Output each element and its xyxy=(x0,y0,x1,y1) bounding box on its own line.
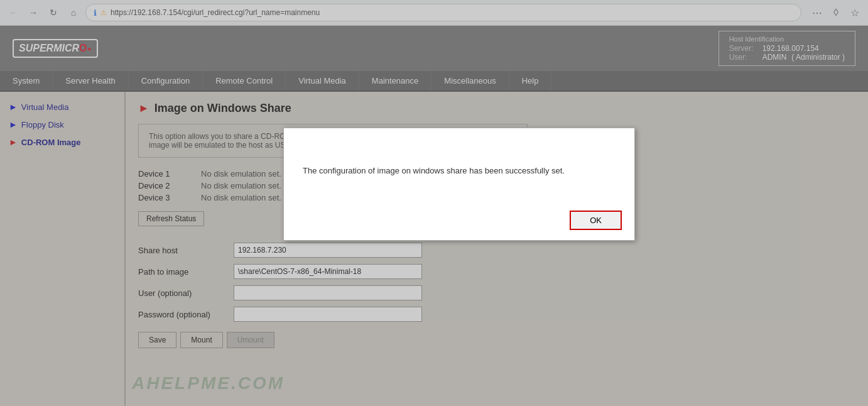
dialog-footer: OK xyxy=(284,200,634,240)
dialog-body: The configuration of image on windows sh… xyxy=(284,128,634,200)
modal-overlay: The configuration of image on windows sh… xyxy=(0,0,868,406)
dialog: The configuration of image on windows sh… xyxy=(283,128,635,241)
dialog-ok-button[interactable]: OK xyxy=(570,211,622,230)
dialog-message: The configuration of image on windows sh… xyxy=(303,165,565,177)
